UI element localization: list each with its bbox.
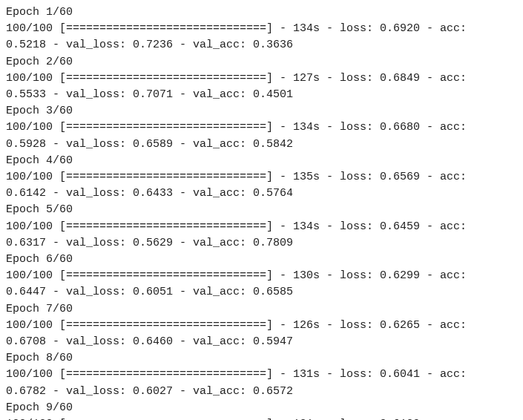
epoch-progress-line: 100/100 [==============================]… bbox=[6, 70, 517, 87]
epoch-progress-line: 100/100 [==============================]… bbox=[6, 367, 517, 383]
epoch-metrics-line: 0.5533 - val_loss: 0.7071 - val_acc: 0.4… bbox=[6, 87, 517, 103]
epoch-progress-line: 100/100 [==============================]… bbox=[6, 169, 517, 186]
epoch-header: Epoch 1/60 bbox=[6, 4, 517, 21]
epoch-metrics-line: 0.6142 - val_loss: 0.6433 - val_acc: 0.5… bbox=[6, 186, 517, 202]
epoch-progress-line: 100/100 [==============================]… bbox=[6, 219, 517, 235]
epoch-header: Epoch 5/60 bbox=[6, 202, 517, 218]
epoch-metrics-line: 0.5928 - val_loss: 0.6589 - val_acc: 0.5… bbox=[6, 137, 517, 153]
epoch-header: Epoch 3/60 bbox=[6, 103, 517, 119]
epoch-metrics-line: 0.6782 - val_loss: 0.6027 - val_acc: 0.6… bbox=[6, 384, 517, 400]
epoch-progress-line: 100/100 [==============================]… bbox=[6, 268, 517, 284]
epoch-header: Epoch 2/60 bbox=[6, 54, 517, 70]
epoch-progress-line: 100/100 [==============================]… bbox=[6, 416, 517, 420]
epoch-metrics-line: 0.6708 - val_loss: 0.6460 - val_acc: 0.5… bbox=[6, 334, 517, 350]
epoch-header: Epoch 6/60 bbox=[6, 252, 517, 268]
epoch-progress-line: 100/100 [==============================]… bbox=[6, 21, 517, 37]
epoch-header: Epoch 7/60 bbox=[6, 301, 517, 318]
epoch-metrics-line: 0.6447 - val_loss: 0.6051 - val_acc: 0.6… bbox=[6, 284, 517, 301]
epoch-header: Epoch 8/60 bbox=[6, 350, 517, 367]
epoch-metrics-line: 0.5218 - val_loss: 0.7236 - val_acc: 0.3… bbox=[6, 37, 517, 53]
epoch-header: Epoch 4/60 bbox=[6, 153, 517, 169]
epoch-progress-line: 100/100 [==============================]… bbox=[6, 119, 517, 136]
epoch-progress-line: 100/100 [==============================]… bbox=[6, 318, 517, 334]
terminal-output: Epoch 1/60100/100 [=====================… bbox=[0, 0, 523, 420]
epoch-header: Epoch 9/60 bbox=[6, 400, 517, 416]
epoch-metrics-line: 0.6317 - val_loss: 0.5629 - val_acc: 0.7… bbox=[6, 235, 517, 252]
